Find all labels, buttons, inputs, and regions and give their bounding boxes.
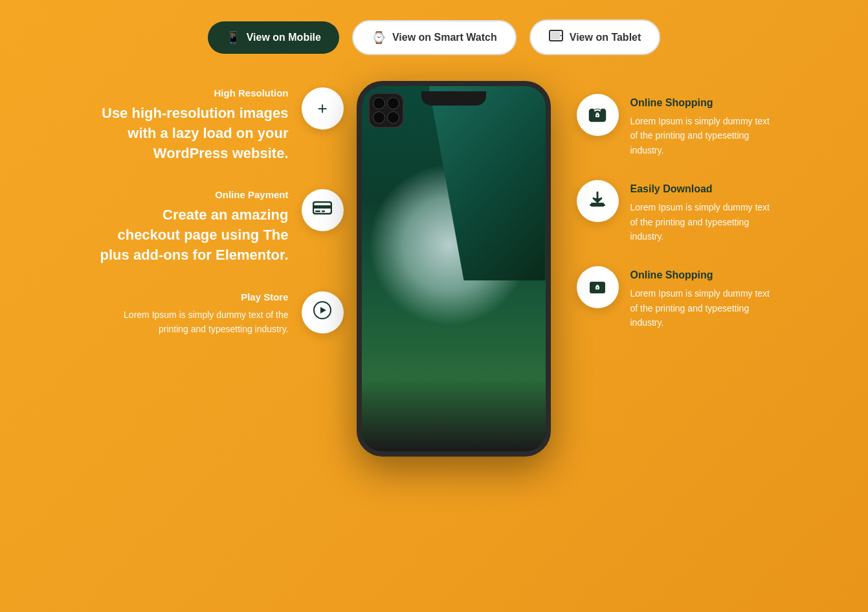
shopping-bag-icon-2: [588, 275, 606, 299]
right-features: Online Shopping Lorem Ipsum is simply du…: [564, 81, 771, 330]
right-feature-online-shopping-1-text: Online Shopping Lorem Ipsum is simply du…: [630, 94, 771, 157]
phone-screen: [362, 86, 546, 451]
feature-online-payment-text: Online Payment Create an amazing checkou…: [98, 189, 289, 265]
camera-lens-1: [373, 97, 385, 109]
tablet-icon: [549, 30, 563, 45]
download-icon: [588, 190, 606, 212]
view-smartwatch-button[interactable]: ⌚ View on Smart Watch: [352, 20, 517, 55]
feature-play-store-desc: Lorem Ipsum is simply dummy text of the …: [98, 308, 289, 337]
right-feature-easily-download-text: Easily Download Lorem Ipsum is simply du…: [630, 180, 771, 244]
feature-high-resolution-desc: Use high-resolution images with a lazy l…: [98, 104, 289, 163]
camera-bump: [368, 93, 404, 128]
feature-play-store: Play Store Lorem Ipsum is simply dummy t…: [98, 291, 344, 337]
right-feature-online-shopping-1-title: Online Shopping: [630, 97, 771, 109]
credit-card-icon: [313, 200, 332, 220]
shopping-bag-icon-circle-1: [577, 94, 619, 136]
smartwatch-icon: ⌚: [372, 30, 386, 45]
feature-online-payment-desc: Create an amazing checkout page using Th…: [98, 205, 289, 265]
right-feature-online-shopping-2: Online Shopping Lorem Ipsum is simply du…: [577, 266, 771, 330]
camera-lens-2: [387, 97, 399, 109]
main-content: High Resolution Use high-resolution imag…: [0, 68, 868, 482]
svg-rect-14: [591, 203, 604, 207]
phone-camera: [368, 93, 404, 128]
feature-high-resolution: High Resolution Use high-resolution imag…: [98, 87, 344, 163]
feature-play-store-title: Play Store: [98, 291, 289, 302]
plus-icon: +: [317, 98, 327, 119]
feature-online-payment-title: Online Payment: [98, 189, 289, 200]
shopping-bag-icon-circle-2: [577, 266, 619, 308]
plus-icon-circle: +: [302, 87, 344, 130]
left-features: High Resolution Use high-resolution imag…: [98, 81, 344, 337]
feature-high-resolution-text: High Resolution Use high-resolution imag…: [98, 87, 289, 163]
right-feature-easily-download-title: Easily Download: [630, 183, 771, 195]
play-store-icon-circle: [302, 291, 344, 334]
right-feature-online-shopping-1-desc: Lorem Ipsum is simply dummy text of the …: [630, 114, 771, 157]
credit-card-icon-circle: [302, 189, 344, 231]
camera-lens-4: [387, 111, 399, 124]
right-feature-online-shopping-2-desc: Lorem Ipsum is simply dummy text of the …: [630, 286, 771, 330]
mobile-icon: 📱: [226, 30, 240, 45]
svg-rect-6: [322, 210, 325, 212]
svg-marker-8: [320, 307, 326, 313]
right-feature-easily-download: Easily Download Lorem Ipsum is simply du…: [577, 180, 771, 244]
phone-notch: [421, 91, 486, 106]
download-icon-circle: [577, 180, 619, 222]
svg-point-12: [597, 115, 598, 117]
right-feature-online-shopping-1: Online Shopping Lorem Ipsum is simply du…: [577, 94, 771, 157]
svg-point-2: [560, 35, 561, 36]
shopping-bag-icon-1: [588, 103, 606, 127]
svg-rect-1: [551, 32, 560, 40]
phone-mockup: [357, 81, 551, 457]
feature-online-payment: Online Payment Create an amazing checkou…: [98, 189, 344, 265]
view-smartwatch-label: View on Smart Watch: [392, 32, 497, 43]
view-tablet-label: View on Tablet: [570, 32, 641, 43]
svg-rect-4: [313, 205, 331, 209]
right-feature-easily-download-desc: Lorem Ipsum is simply dummy text of the …: [630, 200, 771, 244]
right-feature-online-shopping-2-text: Online Shopping Lorem Ipsum is simply du…: [630, 266, 771, 330]
camera-lens-3: [373, 111, 385, 124]
right-feature-online-shopping-2-title: Online Shopping: [630, 269, 771, 281]
view-mobile-label: View on Mobile: [247, 32, 321, 43]
view-mobile-button[interactable]: 📱 View on Mobile: [208, 21, 339, 54]
top-navigation: 📱 View on Mobile ⌚ View on Smart Watch V…: [0, 0, 868, 68]
play-store-icon: [313, 301, 331, 324]
feature-play-store-text: Play Store Lorem Ipsum is simply dummy t…: [98, 291, 289, 337]
view-tablet-button[interactable]: View on Tablet: [529, 19, 661, 55]
feature-high-resolution-title: High Resolution: [98, 87, 289, 98]
svg-rect-5: [315, 210, 320, 212]
phone-mockup-container: [344, 81, 564, 457]
svg-point-17: [597, 288, 598, 289]
